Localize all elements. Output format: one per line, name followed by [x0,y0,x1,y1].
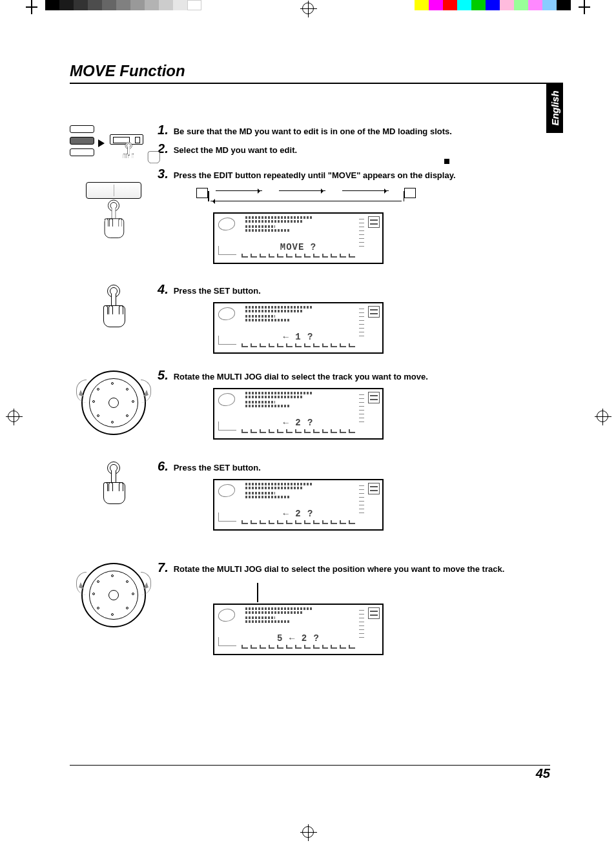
section-header: MOVE Function [70,62,548,84]
display-text: MOVE ? [214,242,382,252]
device-display: ← 2 ? [213,479,384,531]
step-text: Be sure that the MD you want to edit is … [174,127,452,137]
step1-illustration [70,123,158,243]
step-number: 6 [158,459,169,474]
registration-mark-icon [302,826,314,838]
registration-mark-icon [8,411,19,422]
registration-mark-icon [597,411,608,422]
step-text: Press the SET button. [174,286,261,296]
edit-button-illustration [70,182,158,243]
display-text: ← 2 ? [214,509,382,519]
display-text: ← 2 ? [214,418,382,428]
display-text: 5 ← 2 ? [214,633,382,644]
step-number: 7 [158,560,169,575]
device-display: 5 ← 2 ? [213,604,384,655]
press-set-illustration [70,282,158,330]
press-set-illustration [70,459,158,507]
printer-registration-top [0,0,616,15]
footer-rule [70,765,550,766]
step-text: Press the EDIT button repeatedly until "… [174,170,456,181]
step-text: Press the SET button. [174,463,261,473]
page-title: MOVE Function [70,62,548,80]
step-text: Select the MD you want to edit. [174,145,297,156]
edit-cycle-diagram [196,185,416,207]
grayscale-bar [45,0,201,10]
multi-jog-illustration [70,368,158,435]
step-number: 3 [158,167,169,181]
device-display: MOVE ? [213,212,384,264]
page-number: 45 [536,766,550,781]
display-text: ← 1 ? [214,332,382,342]
step-number: 1 [158,123,169,137]
registration-mark-icon [302,3,314,14]
step-text: Rotate the MULTI JOG dial to select the … [174,564,505,574]
steps-list: 1 Be sure that the MD you want to edit i… [70,123,548,663]
step-number: 5 [158,368,169,383]
step-number: 4 [158,282,169,297]
manual-page: MOVE Function English [0,0,616,843]
device-display: ← 1 ? [213,302,384,354]
device-display: ← 2 ? [213,388,384,440]
language-label: English [549,90,560,125]
language-tab: English [546,83,563,133]
position-indicator-line [257,583,258,602]
color-bar [415,0,571,10]
multi-jog-illustration [70,560,158,627]
step-text: Rotate the MULTI JOG dial to select the … [174,372,428,382]
